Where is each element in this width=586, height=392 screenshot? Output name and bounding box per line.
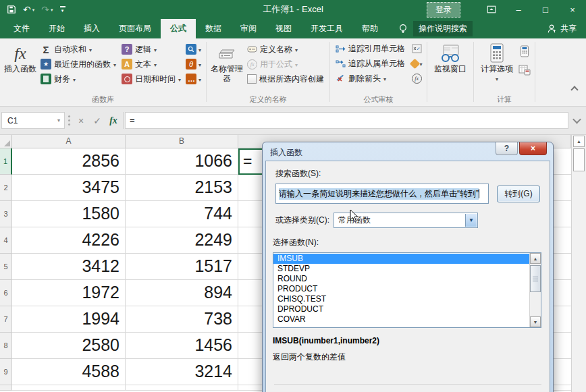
row-header-9[interactable]: 9 [0,359,12,385]
scroll-up-icon[interactable]: ▲ [573,136,585,147]
cell-a9[interactable]: 4588 [12,359,126,385]
expand-formula-bar-icon[interactable] [568,112,585,129]
column-header-a[interactable]: A [12,135,126,148]
recently-used-button[interactable]: ★ 最近使用的函数 [38,57,119,72]
cancel-icon[interactable]: × [73,112,89,129]
undo-button[interactable]: ↶▾ [23,5,34,14]
list-item[interactable]: DPRODUCT [273,304,529,314]
calculate-now-icon[interactable] [517,44,532,59]
row-header-4[interactable]: 4 [0,227,12,254]
minimize-button[interactable]: – [505,0,532,19]
evaluate-formula-icon[interactable]: fx [409,71,424,86]
scrollbar-thumb[interactable] [530,265,541,292]
calculate-sheet-icon[interactable] [517,63,532,78]
function-listbox[interactable]: IMSUB STDEVP ROUND PRODUCT CHISQ.TEST DP… [273,252,541,328]
cell-a1[interactable]: 2856 [12,148,126,175]
row-header-2[interactable]: 2 [0,175,12,201]
watch-window-button[interactable]: 监视窗口 [430,41,471,74]
maximize-button[interactable]: □ [532,0,559,19]
error-checking-button[interactable] [409,56,424,71]
cell-a7[interactable]: 1994 [12,306,126,333]
cell-b5[interactable]: 1517 [126,254,238,280]
logical-button[interactable]: ? 逻辑 [119,42,184,57]
use-in-formula-button[interactable]: fx 用于公式 [244,57,327,72]
list-scrollbar[interactable]: ▲ ▼ [529,253,541,327]
tab-home[interactable]: 开始 [39,19,74,38]
scrollbar-thumb[interactable] [573,148,585,171]
tab-view[interactable]: 视图 [266,19,301,38]
dropdown-arrow-icon[interactable]: ▼ [465,214,477,227]
cell-a2[interactable]: 3475 [12,175,126,201]
row-header-10[interactable] [0,385,12,391]
list-item[interactable]: STDEVP [273,264,529,274]
column-header-b[interactable]: B [126,135,238,148]
cell-b7[interactable]: 738 [126,306,238,333]
row-header-5[interactable]: 5 [0,254,12,280]
formula-bar-splitter[interactable] [65,119,73,121]
row-header-1[interactable]: 1 [0,148,12,175]
cell-a4[interactable]: 4226 [12,227,126,254]
lookup-reference-button[interactable] [184,42,203,57]
cell-a6[interactable]: 1972 [12,280,126,306]
trace-precedents-button[interactable]: 追踪引用单元格 [333,41,408,56]
scroll-up-icon[interactable]: ▲ [530,253,541,264]
ribbon-display-options-icon[interactable] [478,0,505,19]
list-item[interactable]: ROUND [273,274,529,284]
row-header-3[interactable]: 3 [0,201,12,227]
financial-button[interactable]: 财务 [38,72,119,86]
list-item[interactable]: PRODUCT [273,284,529,294]
list-item[interactable]: COVAR [273,314,529,325]
autosum-button[interactable]: Σ 自动求和 [38,42,119,57]
cell-b6[interactable]: 894 [126,280,238,306]
cell-b9[interactable]: 3214 [126,359,238,385]
share-button[interactable]: 共享 [547,19,586,38]
math-trig-button[interactable]: θ [184,57,203,72]
save-icon[interactable] [7,5,16,14]
trace-dependents-button[interactable]: 追踪从属单元格 [333,56,408,71]
list-item[interactable]: CHISQ.TEST [273,294,529,304]
row-header-8[interactable]: 8 [0,333,12,359]
tab-data[interactable]: 数据 [196,19,231,38]
tab-formulas[interactable]: 公式 [161,19,196,38]
name-box[interactable]: C1 ▾ [1,112,65,129]
more-functions-button[interactable]: … [184,72,203,86]
cell-a3[interactable]: 1580 [12,201,126,227]
tab-page-layout[interactable]: 页面布局 [109,19,161,38]
enter-check-icon[interactable]: ✓ [89,112,105,129]
list-item[interactable]: IMSUB [273,254,529,264]
show-formulas-icon[interactable] [409,41,424,56]
dialog-help-button[interactable]: ? [496,142,518,155]
select-all-button[interactable] [0,135,12,148]
cell-b3[interactable]: 744 [126,201,238,227]
cell-b2[interactable]: 2153 [126,175,238,201]
close-button[interactable]: × [559,0,586,19]
insert-function-fx-icon[interactable]: fx [105,112,122,129]
create-from-selection-button[interactable]: 根据所选内容创建 [244,72,327,86]
redo-button[interactable]: ↷▾ [41,5,53,14]
text-button[interactable]: A 文本 [119,57,184,72]
define-name-button[interactable]: 定义名称 [244,42,327,57]
tab-developer[interactable]: 开发工具 [301,19,352,38]
vertical-scrollbar[interactable]: ▲ [571,135,586,392]
calculation-options-button[interactable]: 计算选项 [477,41,517,84]
customize-quick-access-icon[interactable]: ▾ [60,6,65,13]
tab-review[interactable]: 审阅 [231,19,266,38]
login-button[interactable]: 登录 [427,2,460,18]
row-header-7[interactable]: 7 [0,306,12,333]
collapse-ribbon-icon[interactable] [572,85,578,91]
cell-b1[interactable]: 1066 [126,148,238,175]
search-function-input[interactable]: 请输入一条简短说明来描述您想做什么，然后单击“转到” [275,184,489,204]
insert-function-button[interactable]: fx 插入函数 [3,41,38,74]
name-manager-button[interactable]: 名称管理器 [209,41,244,83]
date-time-button[interactable]: 日期和时间 [119,72,184,86]
formula-input[interactable]: = [125,112,568,129]
go-button[interactable]: 转到(G) [497,186,540,202]
row-header-6[interactable]: 6 [0,280,12,306]
remove-arrows-button[interactable]: 删除箭头 [333,71,408,86]
cell-b4[interactable]: 2249 [126,227,238,254]
dialog-close-button[interactable]: × [519,142,547,155]
category-dropdown[interactable]: 常用函数 ▼ [334,213,478,228]
tab-insert[interactable]: 插入 [74,19,109,38]
cell-b8[interactable]: 1456 [126,333,238,359]
tell-me-search-input[interactable]: 操作说明搜索 [413,21,473,36]
